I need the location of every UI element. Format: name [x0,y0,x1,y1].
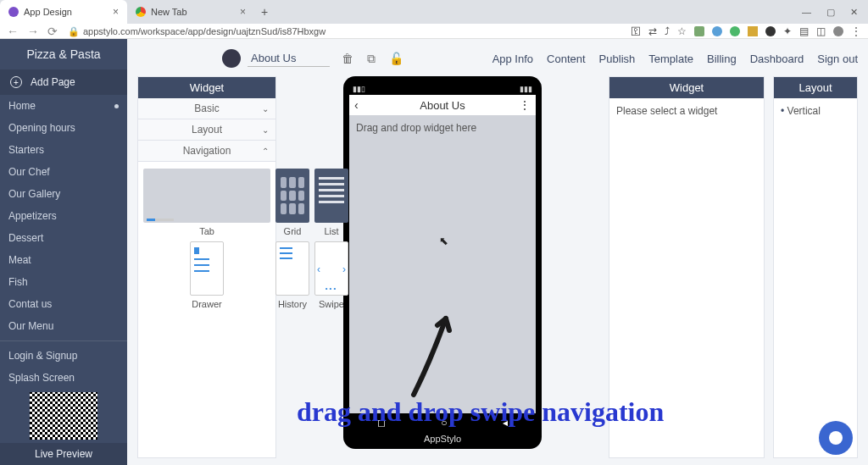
browser-tab-active[interactable]: App Design × [0,0,127,24]
sidepanel-icon[interactable]: ▤ [799,25,809,37]
close-icon[interactable]: × [113,6,119,18]
thumb-icon [190,241,224,296]
sidebar-item-dessert[interactable]: Dessert [0,227,127,249]
lock-open-icon[interactable]: 🔓 [389,52,403,66]
extension-icon[interactable] [694,26,704,36]
tab-strip: App Design × New Tab × + — ▢ ✕ [0,0,868,24]
phone-status-bar: ▮▮▯▮▮▮ [349,85,536,95]
phone-brand: AppStylo [349,432,536,444]
page-title-input[interactable]: About Us [248,50,330,67]
minimize-icon[interactable]: — [802,7,811,18]
sidebar-item-appetizers[interactable]: Appetizers [0,205,127,227]
layout-item-vertical[interactable]: Vertical [781,105,850,117]
sidebar-item-our-chef[interactable]: Our Chef [0,161,127,183]
maximize-icon[interactable]: ▢ [826,7,835,18]
share-icon[interactable]: ⤴ [665,25,670,37]
lock-icon: 🔒 [68,26,80,37]
nav-billing[interactable]: Billing [707,53,737,65]
phone-header: ‹ About Us ⋮ [349,95,536,115]
nav-sign-out[interactable]: Sign out [817,53,858,65]
top-nav: App Info Content Publish Template Billin… [492,53,858,65]
copy-icon[interactable]: ⧉ [367,52,376,66]
tab-title: App Design [24,7,72,17]
extensions-icon[interactable]: ✦ [783,25,792,37]
address-bar-row: ← → ⟳ 🔒 appstylo.com/workspace/app/desig… [0,24,868,39]
add-page-button[interactable]: + Add Page [0,69,127,95]
main-area: About Us 🗑 ⧉ 🔓 App Info Content Publish … [127,39,868,465]
page-icon[interactable] [222,49,241,68]
app-root: Pizza & Pasta + Add Page Home Opening ho… [0,39,868,465]
panel-header: Layout [774,77,857,98]
sidebar-item-fish[interactable]: Fish [0,271,127,293]
panel-body: Vertical [774,98,857,124]
extension-icon[interactable] [765,26,776,36]
panel-header: Widget [609,77,764,98]
widget-drawer[interactable]: Drawer [143,241,270,309]
sidebar-item-splash-screen[interactable]: Splash Screen [0,367,127,389]
accordion-navigation[interactable]: Navigation ⌃ [138,141,275,162]
signal-icon: ▮▮▯ [353,85,365,95]
nav-dashboard[interactable]: Dashboard [750,53,804,65]
reload-icon[interactable]: ⟳ [47,25,58,38]
key-icon[interactable]: ⚿ [631,25,641,37]
accordion-basic[interactable]: Basic ⌄ [138,98,275,119]
sidebar-item-meat[interactable]: Meat [0,249,127,271]
phone-drop-area[interactable]: Drag and drop widget here ⬉ [349,115,536,413]
live-preview-button[interactable]: Live Preview [0,443,127,465]
qr-code [30,392,97,440]
forward-icon[interactable]: → [27,25,39,38]
drop-placeholder: Drag and drop widget here [356,122,476,134]
kebab-icon[interactable]: ⋮ [519,98,531,112]
nav-publish[interactable]: Publish [599,53,636,65]
widget-tab[interactable]: Tab [143,169,270,236]
browser-tab[interactable]: New Tab × [127,0,254,24]
nav-template[interactable]: Template [648,53,693,65]
divider [0,340,127,341]
chat-fab[interactable] [819,421,853,455]
new-tab-button[interactable]: + [254,5,275,19]
extension-icon[interactable] [712,26,722,36]
profile-icon[interactable] [833,26,843,36]
cursor-icon: ⬉ [439,235,448,247]
chevron-up-icon: ⌃ [262,147,269,156]
sidebar-item-home[interactable]: Home [0,95,127,117]
address-bar[interactable]: 🔒 appstylo.com/workspace/app/design/uajt… [63,25,626,38]
close-window-icon[interactable]: ✕ [850,7,858,18]
reading-icon[interactable]: ◫ [816,25,826,37]
sidebar: Pizza & Pasta + Add Page Home Opening ho… [0,39,127,465]
browser-chrome: App Design × New Tab × + — ▢ ✕ ← → ⟳ 🔒 a… [0,0,868,39]
close-icon[interactable]: × [240,6,246,18]
phone-title: About Us [420,99,465,112]
sidebar-item-our-gallery[interactable]: Our Gallery [0,183,127,205]
sidebar-item-opening-hours[interactable]: Opening hours [0,117,127,139]
menu-icon[interactable]: ⋮ [851,25,861,37]
extension-icon[interactable] [748,26,758,36]
battery-icon: ▮▮▮ [520,85,532,95]
widget-grid: Tab Grid List Drawer History •••Swipe [138,162,275,316]
nav-app-info[interactable]: App Info [492,53,533,65]
back-icon[interactable]: ← [7,25,19,38]
sidebar-item-contact-us[interactable]: Contat us [0,293,127,315]
thumb-icon [275,169,309,223]
window-controls: — ▢ ✕ [802,7,868,18]
favicon-icon [136,7,146,17]
chevron-down-icon: ⌄ [262,104,269,113]
back-icon[interactable]: ‹ [354,98,359,112]
tab-title: New Tab [151,7,187,17]
top-bar: About Us 🗑 ⧉ 🔓 App Info Content Publish … [137,46,858,76]
translate-icon[interactable]: ⇄ [648,25,657,37]
phone-preview: ▮▮▯▮▮▮ ‹ About Us ⋮ Drag and drop widget… [343,76,542,449]
annotation-caption: drag and drop swipe navigation [297,396,664,428]
panel-body: Please select a widget [609,98,764,124]
star-icon[interactable]: ☆ [677,25,687,37]
sidebar-item-our-menu[interactable]: Our Menu [0,315,127,337]
sidebar-item-login-signup[interactable]: Login & Signup [0,345,127,367]
sidebar-item-starters[interactable]: Starters [0,139,127,161]
plus-circle-icon: + [10,76,22,88]
thumb-icon: ••• [314,241,348,296]
add-page-label: Add Page [31,76,75,88]
extension-icon[interactable] [730,26,740,36]
nav-content[interactable]: Content [547,53,586,65]
accordion-layout[interactable]: Layout ⌄ [138,119,275,141]
trash-icon[interactable]: 🗑 [342,52,353,66]
